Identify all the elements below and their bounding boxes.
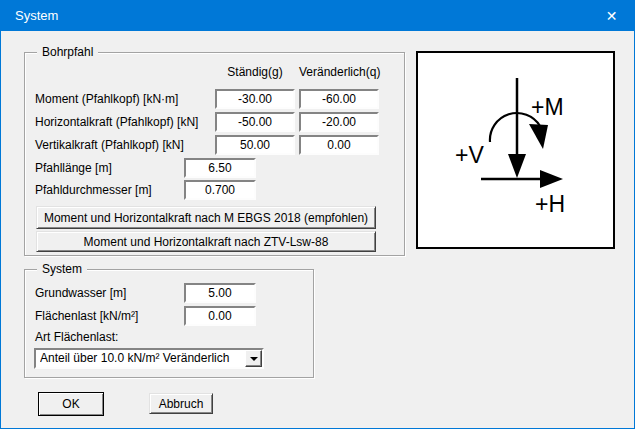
horizontalkraft-veraenderlich-input[interactable]	[299, 112, 379, 132]
right-arrowhead-icon	[540, 170, 563, 188]
dropdown-button[interactable]	[245, 350, 262, 367]
column-header-veraenderlich: Veränderlich(q)	[299, 65, 379, 79]
titlebar: System ✕	[1, 1, 634, 31]
bohrpfahl-legend: Bohrpfahl	[37, 45, 98, 59]
sign-convention-diagram: +M +V +H	[416, 51, 615, 249]
art-flaechenlast-label: Art Flächenlast:	[35, 327, 118, 347]
moment-veraenderlich-input[interactable]	[299, 89, 379, 109]
pfahldurchmesser-label: Pfahldurchmesser [m]	[35, 180, 152, 200]
ztv-lsw-88-button[interactable]: Moment und Horizontalkraft nach ZTV-Lsw-…	[36, 231, 376, 252]
ok-button[interactable]: OK	[38, 392, 104, 416]
vertikalkraft-label: Vertikalkraft (Pfahlkopf) [kN]	[35, 135, 184, 155]
column-header-staendig: Ständig(g)	[215, 65, 295, 79]
chevron-down-icon	[250, 357, 258, 361]
moment-arrowhead-icon	[529, 124, 548, 149]
vertikalkraft-staendig-input[interactable]	[215, 135, 295, 155]
pfahllaenge-input[interactable]	[184, 158, 256, 178]
moment-staendig-input[interactable]	[215, 89, 295, 109]
vertical-diagram-label: +V	[455, 142, 484, 168]
pfahllaenge-label: Pfahllänge [m]	[35, 158, 112, 178]
moment-diagram-label: +M	[531, 94, 564, 120]
flaechenlast-label: Flächenlast [kN/m²]	[35, 306, 138, 326]
horizontalkraft-label: Horizontalkraft (Pfahlkopf) [kN]	[35, 112, 198, 132]
dropdown-selected-value: Anteil über 10.0 kN/m² Veränderlich	[40, 351, 242, 365]
down-arrowhead-icon	[508, 154, 526, 178]
grundwasser-label: Grundwasser [m]	[35, 283, 126, 303]
system-dialog: System ✕ Bohrpfahl Ständig(g) Veränderli…	[0, 0, 635, 429]
flaechenlast-input[interactable]	[184, 306, 256, 326]
cancel-button[interactable]: Abbruch	[149, 393, 213, 414]
moment-label: Moment (Pfahlkopf) [kN·m]	[35, 89, 178, 109]
art-flaechenlast-dropdown[interactable]: Anteil über 10.0 kN/m² Veränderlich	[34, 348, 264, 369]
horizontalkraft-staendig-input[interactable]	[215, 112, 295, 132]
horizontal-diagram-label: +H	[535, 191, 565, 217]
pile-load-diagram-svg: +M +V +H	[418, 53, 613, 247]
system-legend: System	[37, 262, 87, 276]
close-icon[interactable]: ✕	[589, 1, 634, 31]
window-title: System	[15, 8, 58, 23]
vertikalkraft-veraenderlich-input[interactable]	[299, 135, 379, 155]
ebgs-2018-button[interactable]: Moment und Horizontalkraft nach M EBGS 2…	[36, 206, 376, 229]
pfahldurchmesser-input[interactable]	[184, 180, 256, 200]
grundwasser-input[interactable]	[184, 283, 256, 303]
